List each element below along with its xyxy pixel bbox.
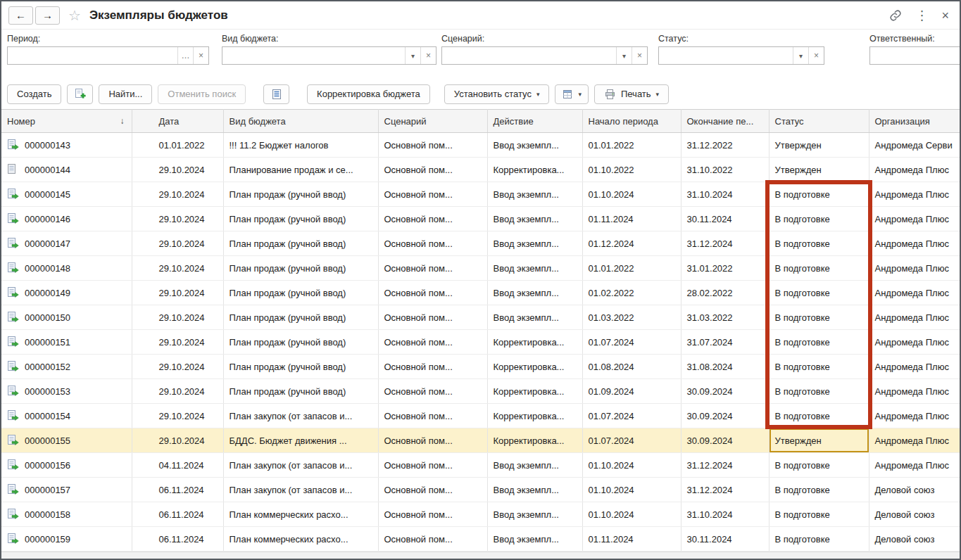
favorite-star-icon[interactable]: ☆	[68, 8, 81, 23]
set-status-button[interactable]: Установить статус ▾	[444, 84, 550, 104]
row-organization[interactable]: Андромеда Плюс	[869, 428, 960, 453]
print-button[interactable]: Печать ▾	[594, 84, 669, 104]
row-period-start[interactable]: 01.09.2024	[582, 379, 681, 404]
row-action[interactable]: Корректировка...	[487, 158, 582, 182]
row-period-start[interactable]: 01.10.2024	[582, 182, 681, 207]
status-clear-button[interactable]: ×	[808, 47, 824, 64]
row-period-end[interactable]: 31.10.2024	[681, 502, 769, 527]
column-header-period-start[interactable]: Начало периода	[582, 110, 681, 133]
row-date[interactable]: 29.10.2024	[132, 207, 223, 231]
row-scenario[interactable]: Основной пом...	[378, 231, 487, 256]
table-row[interactable]: 000000153 29.10.2024 План продаж (ручной…	[1, 379, 960, 404]
row-scenario[interactable]: Основной пом...	[378, 182, 487, 207]
row-date[interactable]: 29.10.2024	[132, 231, 223, 256]
row-budget-kind[interactable]: План продаж (ручной ввод)	[223, 330, 378, 355]
row-budget-kind[interactable]: План продаж (ручной ввод)	[223, 355, 378, 379]
row-organization[interactable]: Андромеда Плюс	[869, 305, 960, 330]
kebab-menu-icon[interactable]: ⋮	[915, 9, 928, 22]
row-action[interactable]: Ввод экземпл...	[487, 453, 582, 478]
status-cell[interactable]: Утвержден	[769, 428, 869, 453]
row-action[interactable]: Ввод экземпл...	[487, 133, 582, 158]
status-cell[interactable]: В подготовке	[769, 207, 869, 231]
create-button[interactable]: Создать	[7, 84, 61, 104]
row-period-end[interactable]: 31.12.2022	[681, 133, 769, 158]
row-scenario[interactable]: Основной пом...	[378, 428, 487, 453]
row-action[interactable]: Корректировка...	[487, 404, 582, 428]
row-date[interactable]: 29.10.2024	[132, 158, 223, 182]
row-organization[interactable]: Андромеда Плюс	[869, 379, 960, 404]
row-scenario[interactable]: Основной пом...	[378, 305, 487, 330]
row-action[interactable]: Ввод экземпл...	[487, 502, 582, 527]
row-period-end[interactable]: 30.09.2024	[681, 428, 769, 453]
status-input[interactable]	[659, 47, 793, 64]
row-budget-kind[interactable]: План закупок (от запасов и...	[223, 453, 378, 478]
column-header-period-end[interactable]: Окончание пе...	[681, 110, 769, 133]
row-period-end[interactable]: 31.01.2022	[681, 256, 769, 281]
budget-kind-clear-button[interactable]: ×	[420, 47, 436, 64]
table-row[interactable]: 000000159 06.11.2024 План коммерческих р…	[1, 527, 960, 552]
table-row[interactable]: 000000156 04.11.2024 План закупок (от за…	[1, 453, 960, 478]
row-budget-kind[interactable]: План продаж (ручной ввод)	[223, 182, 378, 207]
adjust-budget-button[interactable]: Корректировка бюджета	[307, 84, 430, 104]
row-action[interactable]: Ввод экземпл...	[487, 231, 582, 256]
row-date[interactable]: 06.11.2024	[132, 502, 223, 527]
row-period-end[interactable]: 30.11.2024	[681, 527, 769, 552]
row-budget-kind[interactable]: План продаж (ручной ввод)	[223, 305, 378, 330]
status-cell[interactable]: В подготовке	[769, 404, 869, 428]
status-cell[interactable]: В подготовке	[769, 305, 869, 330]
table-row[interactable]: 000000145 29.10.2024 План продаж (ручной…	[1, 182, 960, 207]
row-period-end[interactable]: 31.08.2024	[681, 355, 769, 379]
row-action[interactable]: Ввод экземпл...	[487, 305, 582, 330]
status-cell[interactable]: В подготовке	[769, 478, 869, 502]
scenario-clear-button[interactable]: ×	[632, 47, 647, 64]
row-date[interactable]: 29.10.2024	[132, 355, 223, 379]
scenario-dropdown-button[interactable]: ▾	[616, 47, 632, 64]
scenario-input[interactable]	[442, 47, 616, 64]
list-settings-button[interactable]	[263, 84, 289, 104]
horizontal-scrollbar[interactable]	[1, 552, 960, 559]
row-action[interactable]: Ввод экземпл...	[487, 281, 582, 305]
row-period-start[interactable]: 01.07.2024	[582, 428, 681, 453]
row-scenario[interactable]: Основной пом...	[378, 256, 487, 281]
row-period-start[interactable]: 01.10.2024	[582, 478, 681, 502]
status-cell[interactable]: В подготовке	[769, 256, 869, 281]
status-cell[interactable]: Утвержден	[769, 133, 869, 158]
row-scenario[interactable]: Основной пом...	[378, 404, 487, 428]
table-row[interactable]: 000000144 29.10.2024 Планирование продаж…	[1, 158, 960, 182]
row-date[interactable]: 06.11.2024	[132, 527, 223, 552]
row-organization[interactable]: Андромеда Плюс	[869, 404, 960, 428]
row-period-end[interactable]: 30.09.2024	[681, 404, 769, 428]
row-organization[interactable]: Андромеда Плюс	[869, 231, 960, 256]
row-date[interactable]: 06.11.2024	[132, 478, 223, 502]
row-period-start[interactable]: 01.08.2024	[582, 355, 681, 379]
table-row[interactable]: 000000143 01.01.2022 !!! 11.2 Бюджет нал…	[1, 133, 960, 158]
period-clear-button[interactable]: ×	[193, 47, 208, 64]
row-budget-kind[interactable]: План продаж (ручной ввод)	[223, 207, 378, 231]
status-cell[interactable]: В подготовке	[769, 355, 869, 379]
row-period-start[interactable]: 01.10.2022	[582, 158, 681, 182]
report-dropdown-button[interactable]: ▾	[555, 84, 589, 104]
row-scenario[interactable]: Основной пом...	[378, 453, 487, 478]
create-copy-button[interactable]	[67, 84, 93, 104]
row-budget-kind[interactable]: План коммерческих расхо...	[223, 502, 378, 527]
row-organization[interactable]: Андромеда Плюс	[869, 158, 960, 182]
row-action[interactable]: Ввод экземпл...	[487, 527, 582, 552]
row-period-end[interactable]: 31.03.2022	[681, 305, 769, 330]
status-cell[interactable]: В подготовке	[769, 330, 869, 355]
row-date[interactable]: 29.10.2024	[132, 182, 223, 207]
table-row[interactable]: 000000149 29.10.2024 План продаж (ручной…	[1, 281, 960, 305]
row-budget-kind[interactable]: План продаж (ручной ввод)	[223, 256, 378, 281]
row-scenario[interactable]: Основной пом...	[378, 379, 487, 404]
row-period-end[interactable]: 30.09.2024	[681, 379, 769, 404]
close-icon[interactable]: ×	[941, 9, 949, 22]
status-cell[interactable]: В подготовке	[769, 182, 869, 207]
row-date[interactable]: 29.10.2024	[132, 305, 223, 330]
row-scenario[interactable]: Основной пом...	[378, 281, 487, 305]
row-date[interactable]: 29.10.2024	[132, 256, 223, 281]
status-cell[interactable]: В подготовке	[769, 231, 869, 256]
table-row[interactable]: 000000152 29.10.2024 План продаж (ручной…	[1, 355, 960, 379]
row-date[interactable]: 04.11.2024	[132, 453, 223, 478]
row-period-start[interactable]: 01.07.2024	[582, 404, 681, 428]
row-period-start[interactable]: 01.07.2024	[582, 330, 681, 355]
row-period-start[interactable]: 01.11.2024	[582, 527, 681, 552]
